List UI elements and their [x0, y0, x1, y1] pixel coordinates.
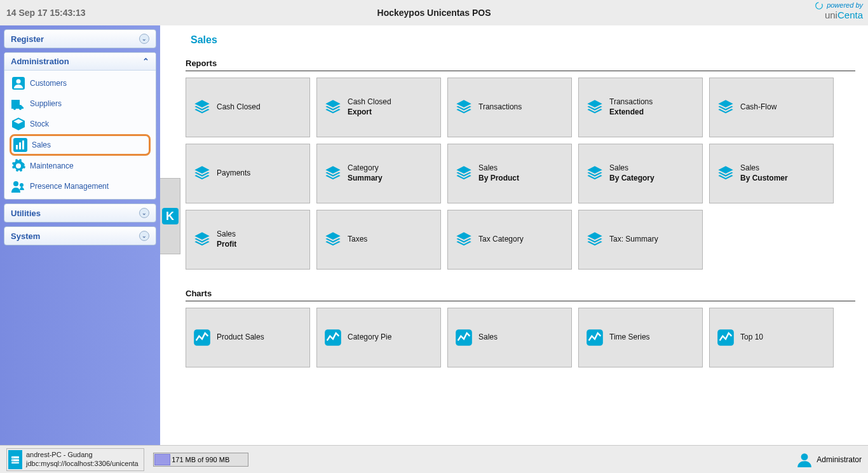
chevron-down-icon: ⌄ — [139, 231, 149, 241]
brand-badge: powered by uniCenta — [815, 1, 863, 21]
sales-icon — [13, 137, 28, 153]
drawer-toggle[interactable]: K — [160, 178, 180, 254]
server-icon — [8, 450, 22, 469]
tile-label: Cash-Flow — [740, 102, 776, 113]
tile-sales[interactable]: Sales — [447, 308, 572, 367]
tile-label: Taxes — [348, 235, 367, 245]
tile-label: Time Series — [609, 332, 650, 343]
stack-icon — [323, 230, 342, 249]
current-user: Administrator — [817, 455, 862, 464]
sidebar-item-label: Sales — [32, 141, 51, 149]
memory-meter: 171 MB of 990 MB — [153, 453, 248, 467]
nav-administration-label: Administration — [11, 57, 69, 66]
sidebar-item-label: Suppliers — [30, 99, 62, 108]
tile-label: SalesBy Customer — [740, 163, 788, 183]
tile-transactions[interactable]: Transactions — [447, 78, 572, 137]
header-bar: 14 Sep 17 15:43:13 Hockeypos Unicentas P… — [0, 0, 868, 25]
nav-system[interactable]: System ⌄ — [4, 226, 156, 245]
page-title: Sales — [191, 34, 855, 46]
tile-sales-by-category[interactable]: SalesBy Category — [578, 144, 703, 203]
maintenance-icon — [11, 158, 26, 174]
stack-icon — [454, 230, 473, 249]
memory-bar — [154, 454, 170, 465]
memory-text: 171 MB of 990 MB — [172, 456, 229, 463]
tile-label: Sales — [478, 332, 498, 343]
nav-utilities-label: Utilities — [11, 209, 41, 218]
tile-cash-closed[interactable]: Cash Closed — [186, 78, 310, 137]
chart-icon — [323, 328, 342, 347]
tile-sales-profit[interactable]: SalesProfit — [186, 210, 310, 270]
tile-label: SalesBy Category — [609, 163, 654, 183]
sidebar: Register ⌄ Administration ⌃ CustomersSup… — [0, 25, 160, 445]
nav-register[interactable]: Register ⌄ — [4, 29, 156, 48]
stack-icon — [323, 98, 342, 117]
tile-grid: Product SalesCategory PieSalesTime Serie… — [186, 308, 855, 367]
chart-icon — [454, 328, 473, 347]
stock-icon — [11, 116, 26, 132]
tile-label: Tax Category — [478, 235, 524, 245]
customers-icon — [11, 76, 26, 91]
sidebar-item-presence-management[interactable]: Presence Management — [10, 176, 151, 196]
group-title: Reports — [186, 58, 855, 71]
tile-sales-by-customer[interactable]: SalesBy Customer — [709, 144, 834, 203]
stack-icon — [193, 164, 212, 183]
timestamp: 14 Sep 17 15:43:13 — [6, 8, 86, 18]
suppliers-icon — [11, 96, 26, 111]
chevron-down-icon: ⌄ — [139, 34, 149, 44]
sidebar-item-sales[interactable]: Sales — [10, 134, 151, 156]
tile-product-sales[interactable]: Product Sales — [186, 308, 310, 367]
sidebar-item-suppliers[interactable]: Suppliers — [10, 93, 151, 114]
tile-label: Cash ClosedExport — [348, 97, 391, 117]
tile-top-10[interactable]: Top 10 — [709, 308, 834, 367]
tile-label: TransactionsExtended — [609, 97, 653, 117]
tile-sales-by-product[interactable]: SalesBy Product — [447, 144, 572, 203]
content-area: Sales ReportsCash ClosedCash ClosedExpor… — [160, 25, 868, 445]
chart-icon — [193, 328, 212, 347]
stack-icon — [716, 164, 735, 183]
tile-tax-category[interactable]: Tax Category — [447, 210, 572, 270]
db-host: andrest-PC - Gudang — [26, 451, 139, 459]
tile-label: Category Pie — [348, 332, 391, 343]
k-logo-icon: K — [162, 208, 179, 224]
chart-icon — [716, 328, 735, 347]
user-icon — [796, 451, 813, 468]
stack-icon — [585, 230, 604, 249]
tile-label: Transactions — [478, 102, 522, 113]
db-url: jdbc:mysql://localhost:3306/unicenta — [26, 460, 139, 468]
tile-label: Payments — [217, 168, 250, 179]
sidebar-item-label: Maintenance — [30, 161, 74, 170]
nav-utilities[interactable]: Utilities ⌄ — [4, 203, 156, 223]
db-status[interactable]: andrest-PC - Gudang jdbc:mysql://localho… — [6, 448, 144, 471]
tile-label: Top 10 — [740, 332, 763, 343]
stack-icon — [454, 98, 473, 117]
tile-label: SalesProfit — [217, 230, 236, 249]
stack-icon — [323, 164, 342, 183]
tile-cash-flow[interactable]: Cash-Flow — [709, 78, 834, 137]
sidebar-item-stock[interactable]: Stock — [10, 114, 151, 134]
chevron-up-icon: ⌃ — [142, 57, 149, 66]
sidebar-item-customers[interactable]: Customers — [10, 73, 151, 93]
tile-taxes[interactable]: Taxes — [316, 210, 441, 270]
nav-system-label: System — [11, 231, 40, 241]
sidebar-item-label: Customers — [30, 79, 67, 88]
stack-icon — [716, 98, 735, 117]
tile-category-summary[interactable]: CategorySummary — [316, 144, 441, 203]
tile-label: SalesBy Product — [478, 163, 519, 183]
tile-time-series[interactable]: Time Series — [578, 308, 703, 367]
tile-tax-summary[interactable]: Tax: Summary — [578, 210, 703, 270]
group-title: Charts — [186, 289, 855, 301]
stack-icon — [193, 98, 212, 117]
tile-label: CategorySummary — [348, 163, 383, 183]
tile-payments[interactable]: Payments — [186, 144, 310, 203]
nav-register-label: Register — [11, 34, 44, 44]
nav-administration-header[interactable]: Administration ⌃ — [4, 53, 156, 71]
tile-cash-closed-export[interactable]: Cash ClosedExport — [316, 78, 441, 137]
chevron-down-icon: ⌄ — [139, 208, 149, 218]
presence-management-icon — [11, 179, 26, 194]
tile-label: Product Sales — [217, 332, 264, 343]
sidebar-item-maintenance[interactable]: Maintenance — [10, 156, 151, 176]
tile-category-pie[interactable]: Category Pie — [316, 308, 441, 367]
tile-label: Cash Closed — [217, 102, 261, 113]
tile-label: Tax: Summary — [609, 235, 658, 245]
tile-transactions-extended[interactable]: TransactionsExtended — [578, 78, 703, 137]
